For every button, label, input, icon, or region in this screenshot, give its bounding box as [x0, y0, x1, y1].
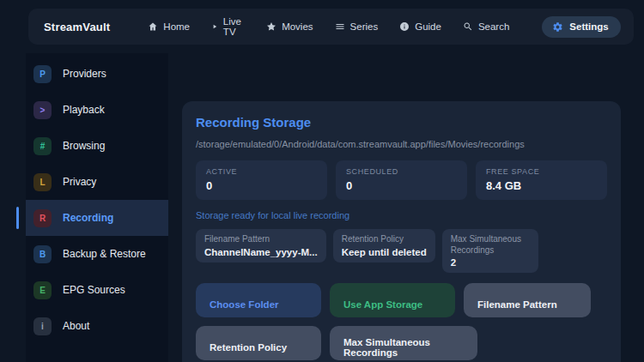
- nav-item-movies[interactable]: Movies: [266, 21, 313, 32]
- use-app-storage-button[interactable]: Use App Storage: [330, 283, 455, 317]
- nav-item-live-tv[interactable]: Live TV: [211, 16, 245, 37]
- nav-item-guide[interactable]: Guide: [399, 21, 441, 32]
- top-navigation: Home Live TV Movies Series Guide Search …: [148, 16, 620, 38]
- sidebar-item-backup-restore[interactable]: B Backup & Restore: [26, 236, 168, 272]
- sidebar-item-privacy[interactable]: L Privacy: [26, 164, 168, 200]
- list-icon: [335, 21, 345, 32]
- filename-pattern-button[interactable]: Filename Pattern: [464, 283, 591, 317]
- choose-folder-button[interactable]: Choose Folder: [196, 283, 321, 317]
- recording-badge-icon: R: [33, 209, 52, 227]
- field-label: Retention Policy: [342, 234, 427, 245]
- stat-card-scheduled: SCHEDULED 0: [336, 160, 467, 200]
- field-value: Keep until deleted: [342, 247, 427, 257]
- stat-value: 8.4 GB: [486, 179, 597, 192]
- nav-item-search[interactable]: Search: [463, 21, 509, 32]
- field-filename-pattern: Filename Pattern ChannelName_yyyy-M...: [196, 229, 326, 262]
- stat-label: FREE SPACE: [486, 167, 597, 176]
- stat-label: ACTIVE: [206, 167, 317, 176]
- nav-label: Series: [350, 21, 379, 32]
- about-badge-icon: i: [33, 317, 52, 335]
- recording-actions: Choose Folder Use App Storage Filename P…: [196, 283, 601, 362]
- playback-badge-icon: >: [33, 101, 52, 119]
- sidebar-item-label: Privacy: [63, 176, 96, 188]
- epg-badge-icon: E: [33, 281, 52, 299]
- stat-card-free-space: FREE SPACE 8.4 GB: [476, 160, 607, 200]
- stat-value: 0: [346, 179, 457, 192]
- stat-label: SCHEDULED: [346, 167, 457, 176]
- nav-label: Live TV: [223, 16, 245, 37]
- gear-icon: [552, 21, 563, 33]
- settings-sidebar: P Providers > Playback # Browsing L Priv…: [26, 53, 168, 362]
- nav-item-series[interactable]: Series: [335, 21, 379, 32]
- nav-label: Home: [163, 21, 190, 32]
- privacy-badge-icon: L: [33, 173, 52, 191]
- search-icon: [463, 21, 473, 32]
- home-icon: [148, 21, 158, 32]
- max-simultaneous-recordings-button[interactable]: Max Simultaneous Recordings: [330, 326, 477, 360]
- nav-label: Guide: [415, 21, 441, 32]
- field-label: Filename Pattern: [204, 234, 318, 245]
- field-label: Max Simultaneous Recordings: [451, 234, 530, 256]
- storage-status-text: Storage ready for local live recording: [196, 210, 607, 220]
- sidebar-item-playback[interactable]: > Playback: [26, 92, 168, 128]
- stat-card-active: ACTIVE 0: [196, 160, 327, 200]
- nav-item-home[interactable]: Home: [148, 21, 190, 32]
- field-max-simultaneous: Max Simultaneous Recordings 2: [442, 229, 538, 273]
- recording-settings-summary: Filename Pattern ChannelName_yyyy-M... R…: [196, 229, 607, 273]
- backup-badge-icon: B: [33, 245, 52, 263]
- providers-badge-icon: P: [33, 65, 52, 83]
- nav-label: Movies: [282, 21, 313, 32]
- sidebar-item-browsing[interactable]: # Browsing: [26, 128, 168, 164]
- nav-label: Search: [478, 21, 509, 32]
- sidebar-item-recording[interactable]: R Recording: [26, 200, 168, 236]
- sidebar-item-label: Providers: [63, 68, 106, 80]
- browsing-badge-icon: #: [33, 137, 52, 155]
- app-title: StreamVault: [44, 21, 110, 33]
- sidebar-item-epg-sources[interactable]: E EPG Sources: [26, 272, 168, 308]
- sidebar-item-about[interactable]: i About: [26, 308, 168, 344]
- top-bar: StreamVault Home Live TV Movies Series G…: [28, 9, 634, 45]
- field-value: 2: [451, 257, 530, 268]
- sidebar-item-label: About: [63, 320, 89, 332]
- sidebar-item-label: Browsing: [63, 140, 105, 152]
- storage-path: /storage/emulated/0/Android/data/com.str…: [196, 139, 607, 149]
- field-value: ChannelName_yyyy-M...: [204, 247, 318, 257]
- info-icon: [399, 21, 410, 32]
- sidebar-item-providers[interactable]: P Providers: [26, 56, 168, 92]
- star-icon: [266, 21, 276, 32]
- nav-label: Settings: [569, 21, 608, 32]
- stat-value: 0: [206, 179, 317, 192]
- page-title: Recording Storage: [196, 115, 607, 130]
- storage-stats: ACTIVE 0 SCHEDULED 0 FREE SPACE 8.4 GB: [196, 160, 607, 200]
- sidebar-item-label: Backup & Restore: [63, 248, 146, 260]
- recording-storage-panel: Recording Storage /storage/emulated/0/An…: [182, 101, 621, 362]
- sidebar-item-label: EPG Sources: [63, 284, 125, 296]
- play-icon: [211, 21, 218, 32]
- retention-policy-button[interactable]: Retention Policy: [196, 326, 321, 360]
- nav-item-settings[interactable]: Settings: [542, 16, 620, 38]
- field-retention-policy: Retention Policy Keep until deleted: [333, 229, 435, 262]
- sidebar-item-label: Recording: [63, 212, 113, 224]
- sidebar-item-label: Playback: [63, 104, 105, 116]
